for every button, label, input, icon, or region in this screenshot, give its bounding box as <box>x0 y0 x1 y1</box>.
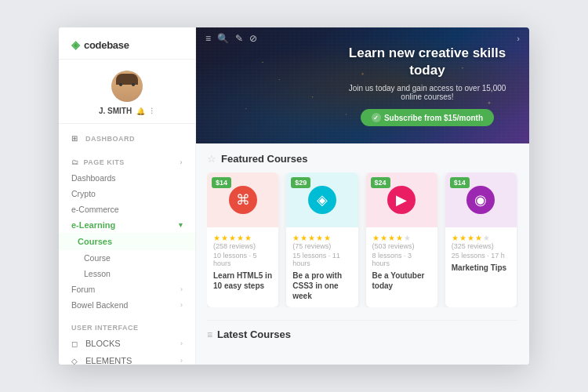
latest-section-title: Latest Courses <box>217 328 291 340</box>
subscribe-icon: ✓ <box>372 113 381 122</box>
course-2-meta: 15 lessons · 11 hours <box>292 252 351 267</box>
topbar-right: › <box>517 34 520 43</box>
elearning-arrow: ▾ <box>179 221 183 229</box>
dashboards-label: Dashboards <box>71 173 116 183</box>
courses-label: Courses <box>78 237 112 246</box>
course-card-1[interactable]: $14 ⌘ ★★★★★ (258 reviews) 10 lessons · 5… <box>207 172 278 307</box>
bowel-backend-label: Bowel Backend <box>71 300 128 310</box>
sidebar-section-page-kits: 🗂 PAGE KITS › Dashboards Crypto e-Commer… <box>59 148 195 314</box>
featured-section-header: ☆ Featured Courses <box>207 153 518 165</box>
course-4-body: ★★★★★ (325 reviews) 25 lessons · 17 h Ma… <box>445 227 517 279</box>
subscribe-label: Subscribe from $15/month <box>384 114 483 122</box>
sidebar-page-kits-header[interactable]: 🗂 PAGE KITS › <box>59 154 195 170</box>
sidebar-item-course[interactable]: Course <box>59 250 195 266</box>
elements-arrow: › <box>180 357 183 365</box>
course-1-badge: $14 <box>212 177 231 188</box>
sidebar-item-elements[interactable]: ◇ ELEMENTS › <box>59 352 195 365</box>
sidebar-item-dashboard-label: DASHBOARD <box>85 135 135 143</box>
logo-text: codebase <box>84 39 129 51</box>
avatar <box>111 71 143 102</box>
blocks-arrow: › <box>180 339 183 347</box>
bell-icon[interactable]: 🔔 <box>136 107 145 115</box>
crypto-label: Crypto <box>71 189 96 198</box>
latest-icon: ≡ <box>207 329 212 340</box>
sidebar-item-courses[interactable]: Courses <box>59 233 195 250</box>
browser-window: ◈ codebase J. SMITH 🔔 ⋮ <box>59 27 529 365</box>
latest-courses-section: ≡ Latest Courses <box>207 320 518 340</box>
ecommerce-label: e-Commerce <box>71 205 119 214</box>
sidebar-item-lesson[interactable]: Lesson <box>59 266 195 281</box>
sidebar: ◈ codebase J. SMITH 🔔 ⋮ <box>59 27 196 365</box>
logo-icon: ◈ <box>71 38 80 51</box>
sidebar-logo: ◈ codebase <box>59 27 195 60</box>
hero-title: Learn new creative skills today <box>341 45 514 79</box>
course-2-icon: ◈ <box>308 186 336 214</box>
sidebar-item-dashboard[interactable]: ⊞ DASHBOARD <box>59 130 195 147</box>
sidebar-item-elearning[interactable]: e-Learning ▾ <box>59 217 195 233</box>
course-3-badge: $24 <box>371 177 390 188</box>
menu-icon[interactable]: ≡ <box>205 33 211 44</box>
course-2-name: Be a pro with CSS3 in one week <box>292 270 351 301</box>
course-1-body: ★★★★★ (258 reviews) 10 lessons · 5 hours… <box>207 227 278 297</box>
course-card-2-top: $29 ◈ <box>286 172 358 227</box>
sidebar-item-ecommerce[interactable]: e-Commerce <box>59 201 195 217</box>
featured-star-icon: ☆ <box>207 153 216 165</box>
edit-icon[interactable]: ✎ <box>235 33 243 44</box>
user-name: J. SMITH 🔔 ⋮ <box>99 107 155 115</box>
sidebar-item-bowel-backend[interactable]: Bowel Backend › <box>59 297 195 313</box>
course-card-4-top: $14 ◉ <box>445 172 517 227</box>
course-4-badge: $14 <box>450 177 470 188</box>
sidebar-item-blocks[interactable]: ◻ BLOCKS › <box>59 335 195 352</box>
course-cards-container: $14 ⌘ ★★★★★ (258 reviews) 10 lessons · 5… <box>207 172 518 307</box>
course-3-stars: ★★★★★ <box>372 234 431 242</box>
subscribe-button[interactable]: ✓ Subscribe from $15/month <box>361 109 494 126</box>
course-3-icon: ▶ <box>387 186 416 214</box>
hero-subtitle: Join us today and gain access to over 15… <box>341 84 514 101</box>
course-card-3[interactable]: $24 ▶ ★★★★★ (503 reviews) 8 lessons · 3 … <box>366 172 437 307</box>
course-1-name: Learn HTML5 in 10 easy steps <box>213 270 272 291</box>
ui-section-title: USER INTERFACE <box>59 321 195 335</box>
dots-icon[interactable]: ⋮ <box>148 107 155 115</box>
course-card-2[interactable]: $29 ◈ ★★★★★ (75 reviews) 15 lessons · 11… <box>286 172 358 307</box>
sidebar-item-dashboards[interactable]: Dashboards <box>59 170 195 186</box>
course-card-1-top: $14 ⌘ <box>207 172 278 227</box>
course-2-badge: $29 <box>291 177 310 188</box>
course-4-name: Marketing Tips <box>452 263 510 273</box>
page-kits-icon: 🗂 <box>71 158 79 166</box>
main-body: ☆ Featured Courses $14 ⌘ ★★★★★ (258 revi… <box>196 143 529 358</box>
latest-section-header: ≡ Latest Courses <box>207 328 518 340</box>
elearning-label: e-Learning <box>71 220 115 230</box>
hero-banner: ≡ 🔍 ✎ ⊘ › Learn new creative skills toda… <box>196 27 529 143</box>
course-card-4[interactable]: $14 ◉ ★★★★★ (325 reviews) 25 lessons · 1… <box>445 172 517 307</box>
forum-label: Forum <box>71 285 95 294</box>
lesson-label: Lesson <box>84 269 111 278</box>
course-4-reviews: (325 reviews) <box>452 242 510 250</box>
page-kits-arrow: › <box>180 158 183 166</box>
course-1-stars: ★★★★★ <box>213 234 272 242</box>
course-4-meta: 25 lessons · 17 h <box>452 252 510 260</box>
sidebar-item-forum[interactable]: Forum › <box>59 281 195 297</box>
search-icon[interactable]: 🔍 <box>217 33 229 44</box>
featured-section-title: Featured Courses <box>221 153 308 165</box>
forum-arrow: › <box>180 285 183 293</box>
settings-icon[interactable]: ⊘ <box>249 33 257 44</box>
course-4-stars: ★★★★★ <box>452 234 510 242</box>
course-3-meta: 8 lessons · 3 hours <box>372 252 431 267</box>
user-icons: 🔔 ⋮ <box>136 107 155 115</box>
course-3-body: ★★★★★ (503 reviews) 8 lessons · 3 hours … <box>366 227 437 297</box>
course-1-meta: 10 lessons · 5 hours <box>213 252 272 267</box>
course-label: Course <box>84 253 111 263</box>
hero-text-block: Learn new creative skills today Join us … <box>325 45 529 127</box>
course-2-reviews: (75 reviews) <box>292 242 351 250</box>
dashboard-icon: ⊞ <box>71 134 81 143</box>
sidebar-user: J. SMITH 🔔 ⋮ <box>59 60 195 124</box>
course-2-stars: ★★★★★ <box>292 234 351 242</box>
course-1-icon: ⌘ <box>229 186 257 214</box>
avatar-face <box>111 71 143 102</box>
sidebar-item-crypto[interactable]: Crypto <box>59 186 195 201</box>
blocks-label: BLOCKS <box>85 339 121 348</box>
blocks-icon: ◻ <box>71 339 81 348</box>
main-content: ≡ 🔍 ✎ ⊘ › Learn new creative skills toda… <box>196 27 529 365</box>
course-1-reviews: (258 reviews) <box>213 242 272 250</box>
sidebar-section-main: ⊞ DASHBOARD <box>59 124 195 148</box>
